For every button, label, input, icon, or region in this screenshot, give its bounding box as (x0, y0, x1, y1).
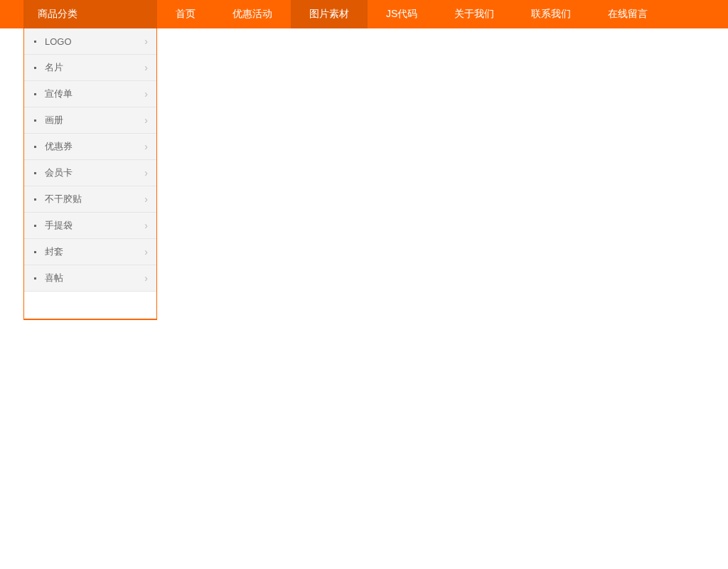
chevron-right-icon: › (144, 36, 148, 46)
sidebar-item-coupons[interactable]: 优惠券 › (24, 134, 156, 160)
bullet-icon (34, 93, 36, 95)
nav-label: 优惠活动 (232, 8, 272, 21)
nav-label: 图片素材 (309, 8, 349, 21)
chevron-right-icon: › (144, 247, 148, 257)
bullet-icon (34, 277, 36, 280)
nav-home[interactable]: 首页 (157, 0, 214, 28)
bullet-icon (34, 225, 36, 227)
bullet-icon (34, 251, 36, 253)
sidebar-item-label: 宣传单 (45, 87, 144, 100)
chevron-right-icon: › (144, 142, 148, 151)
sidebar-item-sticker[interactable]: 不干胶贴 › (24, 186, 156, 213)
nav-label: 关于我们 (454, 8, 494, 21)
bullet-icon (34, 172, 36, 174)
nav-about-us[interactable]: 关于我们 (436, 0, 513, 28)
sidebar-item-membership-card[interactable]: 会员卡 › (24, 160, 156, 186)
sidebar-item-flyer[interactable]: 宣传单 › (24, 81, 156, 107)
sidebar-header-label: 商品分类 (38, 8, 77, 21)
sidebar-item-business-card[interactable]: 名片 › (24, 55, 156, 81)
topbar: 商品分类 首页 优惠活动 图片素材 JS代码 关于我们 联系我们 在线留言 (0, 0, 728, 28)
nav-promotions[interactable]: 优惠活动 (214, 0, 291, 28)
sidebar-item-logo[interactable]: LOGO › (24, 28, 156, 55)
nav-label: JS代码 (386, 8, 417, 21)
sidebar-item-label: 会员卡 (45, 166, 144, 179)
chevron-right-icon: › (144, 63, 148, 73)
sidebar-item-label: 手提袋 (45, 219, 144, 232)
sidebar-item-label: 画册 (45, 114, 144, 127)
chevron-right-icon: › (144, 89, 148, 99)
nav-image-materials[interactable]: 图片素材 (291, 0, 368, 28)
sidebar-item-label: 优惠券 (45, 140, 144, 153)
chevron-right-icon: › (144, 115, 148, 125)
sidebar-item-tote-bag[interactable]: 手提袋 › (24, 213, 156, 239)
sidebar-item-albums[interactable]: 画册 › (24, 107, 156, 134)
sidebar-item-invitation[interactable]: 喜帖 › (24, 265, 156, 292)
sidebar-item-label: 封套 (45, 245, 144, 258)
sidebar-header: 商品分类 (23, 0, 157, 28)
nav-label: 在线留言 (608, 8, 648, 21)
sidebar-item-label: 名片 (45, 61, 144, 74)
top-nav: 首页 优惠活动 图片素材 JS代码 关于我们 联系我们 在线留言 (157, 0, 666, 28)
sidebar-item-folder[interactable]: 封套 › (24, 239, 156, 265)
bullet-icon (34, 119, 36, 122)
nav-contact-us[interactable]: 联系我们 (513, 0, 589, 28)
sidebar-item-label: LOGO (45, 36, 144, 47)
sidebar-list: LOGO › 名片 › 宣传单 › 画册 › 优惠券 › 会员卡 › (24, 28, 156, 292)
chevron-right-icon: › (144, 220, 148, 230)
chevron-right-icon: › (144, 273, 148, 283)
bullet-icon (34, 146, 36, 148)
nav-label: 联系我们 (531, 8, 571, 21)
nav-guestbook[interactable]: 在线留言 (589, 0, 666, 28)
nav-label: 首页 (176, 8, 196, 21)
bullet-icon (34, 67, 36, 69)
nav-js-code[interactable]: JS代码 (368, 0, 436, 28)
sidebar: LOGO › 名片 › 宣传单 › 画册 › 优惠券 › 会员卡 › (23, 28, 157, 320)
chevron-right-icon: › (144, 194, 148, 204)
sidebar-item-label: 喜帖 (45, 272, 144, 284)
sidebar-item-label: 不干胶贴 (45, 193, 144, 206)
bullet-icon (34, 198, 36, 201)
chevron-right-icon: › (144, 168, 148, 178)
bullet-icon (34, 41, 36, 43)
